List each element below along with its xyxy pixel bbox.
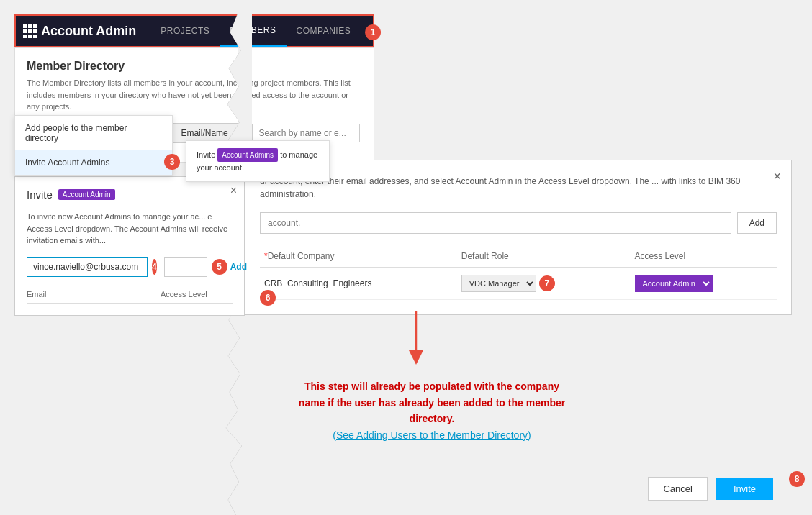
dropdown-menu: Add people to the member directory Invit… <box>14 115 173 176</box>
app-logo: Account Admin <box>23 24 136 39</box>
search-input[interactable] <box>252 124 360 142</box>
annotation-link[interactable]: (See Adding Users to the Member Director… <box>333 429 531 441</box>
step-7-badge: 7 <box>539 275 555 291</box>
invite-table: *Default Company Default Role Access Lev… <box>260 245 777 300</box>
close-icon-main[interactable]: × <box>773 169 781 184</box>
invite-main-input-row: Add <box>260 212 777 234</box>
step-1-badge: 1 <box>365 24 381 40</box>
dropdown-item-add-people[interactable]: Add people to the member directory <box>15 116 172 150</box>
add-step-container: 5 Add <box>212 259 247 275</box>
email-input-left[interactable] <box>27 257 148 277</box>
step-8-badge: 8 <box>789 471 805 487</box>
role-select-container: VDC Manager 7 <box>461 275 626 292</box>
nav-item-members[interactable]: MEMBERS <box>220 14 286 47</box>
step-5-badge: 5 <box>212 259 227 275</box>
annotation-arrow <box>405 311 427 371</box>
cancel-button[interactable]: Cancel <box>648 477 707 501</box>
role-cell: VDC Manager 7 <box>457 268 631 300</box>
step-6-badge-circle: 6 <box>260 290 276 306</box>
panel-title: Member Directory <box>27 60 362 73</box>
invite-title-prefix: Invite <box>27 188 53 201</box>
invite-dialog-left: × Invite Account Admin To invite new Acc… <box>14 176 245 316</box>
access-level-cell: Account Admin <box>631 268 777 300</box>
tooltip-prefix: Invite <box>197 150 217 159</box>
th-default-company: *Default Company <box>260 245 457 268</box>
role-select[interactable]: VDC Manager <box>461 275 536 292</box>
table-header-left: Email Access Level <box>27 286 233 304</box>
th-access: Access Level <box>161 290 233 298</box>
invite-desc-left: To invite new Account Admins to manage y… <box>27 211 233 247</box>
th-default-role: Default Role <box>457 245 631 268</box>
tooltip-bubble: Invite Account Admins to manage your acc… <box>186 140 330 182</box>
company-cell: CRB_Consulting_Engineers <box>260 268 457 300</box>
nav-item-companies[interactable]: COMPANIES <box>287 14 361 47</box>
step-4-badge: 4 <box>152 259 157 275</box>
th-access-level: Access Level <box>631 245 777 268</box>
add-button-main[interactable]: Add <box>737 212 777 234</box>
email-input-main[interactable] <box>260 212 731 234</box>
step-6-badge: 6 <box>260 290 276 306</box>
close-icon-left[interactable]: × <box>230 184 237 197</box>
invite-dialog-main: × ur account, enter their email addresse… <box>245 160 792 315</box>
access-level-select[interactable]: Account Admin <box>635 275 713 292</box>
add-button-left[interactable]: Add <box>230 262 247 272</box>
dialog-bottom-buttons: Cancel Invite 8 <box>648 477 798 501</box>
table-header-row: *Default Company Default Role Access Lev… <box>260 245 777 268</box>
invite-title-badge-left: Account Admin <box>58 189 115 200</box>
top-nav-bar: Account Admin PROJECTS MEMBERS COMPANIES… <box>14 14 374 47</box>
email-input-left-2[interactable] <box>164 257 207 277</box>
nav-item-projects[interactable]: PROJECTS <box>150 14 220 47</box>
invite-desc-main: ur account, enter their email addresses,… <box>260 175 777 201</box>
invite-title-left: Invite Account Admin <box>27 188 233 201</box>
nav-items: PROJECTS MEMBERS COMPANIES <box>150 14 361 47</box>
annotation-text: This step will already be populated with… <box>295 378 569 443</box>
table-row: CRB_Consulting_Engineers VDC Manager 7 <box>260 268 777 300</box>
dropdown-item-invite-admins[interactable]: Invite Account Admins 3 <box>15 150 172 175</box>
invite-input-row: 4 5 Add <box>27 257 233 277</box>
grid-icon <box>23 24 37 38</box>
annotation-body: This step will already be populated with… <box>299 380 565 424</box>
step-3-badge: 3 <box>164 154 180 170</box>
app-title: Account Admin <box>41 24 136 39</box>
panel-description: The Member Directory lists all members i… <box>27 77 362 113</box>
th-email: Email <box>27 290 161 298</box>
tooltip-badge: Account Admins <box>217 148 278 162</box>
svg-marker-1 <box>409 350 423 365</box>
invite-button[interactable]: Invite <box>716 478 773 500</box>
